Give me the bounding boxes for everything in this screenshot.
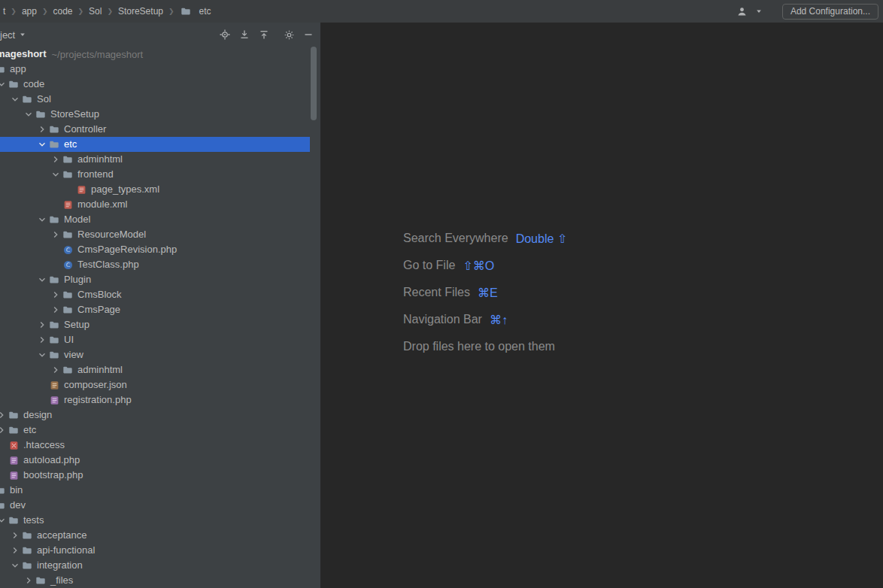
tree-row[interactable]: etc	[0, 137, 310, 152]
tree-row[interactable]: acceptance	[0, 528, 310, 543]
breadcrumb-label: code	[53, 6, 72, 17]
chevron-down-icon[interactable]	[9, 559, 21, 571]
scrollbar-thumb[interactable]	[311, 47, 317, 120]
tree-row[interactable]: ResourceModel	[0, 227, 310, 242]
chevron-right-icon[interactable]	[9, 529, 21, 541]
tree-row[interactable]: _files	[0, 573, 310, 588]
tree-row[interactable]: UI	[0, 332, 310, 347]
tree-row[interactable]: design	[0, 408, 310, 423]
tree-row[interactable]: Plugin	[0, 272, 310, 287]
chevron-right-icon[interactable]	[9, 544, 21, 556]
tree-row[interactable]: .htaccess	[0, 438, 310, 453]
tree-row[interactable]: module.xml	[0, 197, 310, 212]
chevron-down-icon[interactable]	[0, 514, 8, 526]
tree-row[interactable]: bin	[0, 483, 310, 498]
target-icon	[219, 29, 231, 41]
tree-row[interactable]: composer.json	[0, 377, 310, 393]
tree-row[interactable]: tests	[0, 513, 310, 528]
breadcrumb-item[interactable]: code	[53, 6, 72, 17]
chevron-right-icon[interactable]	[50, 153, 62, 165]
shortcut-hint-label: Go to File	[403, 259, 455, 272]
tree-row[interactable]: Setup	[0, 317, 310, 332]
chevron-right-icon[interactable]	[50, 364, 62, 376]
tree-item-label: CmsPage	[77, 302, 120, 317]
folder-icon	[48, 138, 60, 150]
chevron-right-icon[interactable]	[36, 334, 48, 346]
collapse-all-button[interactable]	[258, 29, 270, 41]
php-icon	[48, 394, 60, 406]
user-menu-button[interactable]	[736, 5, 769, 17]
chevron-right-icon[interactable]	[0, 409, 8, 421]
chevron-right-icon[interactable]	[0, 424, 8, 436]
tree-row[interactable]: CCmsPageRevision.php	[0, 242, 310, 257]
tree-row[interactable]: Controller	[0, 122, 310, 137]
tree-row[interactable]: page_types.xml	[0, 182, 310, 197]
chevron-down-icon[interactable]	[23, 108, 35, 120]
folder-icon	[62, 168, 74, 180]
settings-button[interactable]	[283, 29, 295, 41]
folder-icon	[0, 499, 6, 511]
expand-all-button[interactable]	[238, 29, 250, 41]
tree-row[interactable]: etc	[0, 423, 310, 438]
tree-row[interactable]: code	[0, 77, 310, 92]
tree-item-path-hint: ~/projects/mageshort	[51, 49, 143, 60]
tree-row[interactable]: registration.php	[0, 393, 310, 408]
tree-row[interactable]: CTestClass.php	[0, 257, 310, 272]
tree-row[interactable]: bootstrap.php	[0, 468, 310, 483]
chevron-right-icon[interactable]	[50, 229, 62, 241]
chevron-down-icon[interactable]	[0, 78, 8, 90]
tree-row[interactable]: Model	[0, 212, 310, 227]
tree-row[interactable]: CmsPage	[0, 302, 310, 317]
chevron-right-icon[interactable]	[50, 304, 62, 316]
chevron-down-icon[interactable]	[36, 138, 48, 150]
chevron-down-icon[interactable]	[9, 93, 21, 105]
tree-row[interactable]: app	[0, 62, 310, 77]
tree-row[interactable]: autoload.php	[0, 453, 310, 468]
breadcrumb-item[interactable]: etc	[180, 5, 211, 17]
chevron-down-icon[interactable]	[36, 274, 48, 286]
tree-item-label: module.xml	[77, 197, 127, 212]
tree-row[interactable]: view	[0, 347, 310, 362]
breadcrumb-item[interactable]: StoreSetup	[118, 6, 163, 17]
tree-item-label: CmsPageRevision.php	[77, 242, 177, 257]
chevron-down-icon[interactable]	[36, 349, 48, 361]
breadcrumb-item[interactable]: t	[3, 6, 5, 17]
breadcrumb-item[interactable]: app	[22, 6, 37, 17]
folder-icon	[21, 559, 33, 571]
svg-text:C: C	[65, 247, 69, 253]
chevron-right-icon[interactable]	[23, 574, 35, 586]
chevron-right-icon[interactable]	[50, 289, 62, 301]
tree-row[interactable]: dev	[0, 498, 310, 513]
tree-row[interactable]: Sol	[0, 92, 310, 107]
shortcut-hint-label: Navigation Bar	[403, 313, 482, 326]
shortcut-hint-label: Search Everywhere	[403, 232, 508, 245]
tree-row[interactable]: adminhtml	[0, 362, 310, 377]
project-panel: ject mageshort~/projects/mageshortappcod…	[0, 23, 320, 588]
select-opened-file-button[interactable]	[219, 29, 231, 41]
tree-row[interactable]: integration	[0, 558, 310, 573]
breadcrumb-label: app	[22, 6, 37, 17]
tree-item-label: design	[23, 408, 52, 423]
tree-row[interactable]: api-functional	[0, 543, 310, 558]
tree-item-label: Sol	[37, 92, 51, 107]
shortcut-hint-line: Go to File⇧⌘O	[403, 252, 567, 279]
chevron-right-icon[interactable]	[36, 319, 48, 331]
folder-icon	[48, 319, 60, 331]
svg-text:C: C	[65, 262, 69, 268]
project-view-selector[interactable]: ject	[0, 29, 26, 41]
tree-row[interactable]: CmsBlock	[0, 287, 310, 302]
editor-area: Search EverywhereDouble ⇧Go to File⇧⌘ORe…	[320, 23, 883, 588]
chevron-down-icon[interactable]	[50, 168, 62, 180]
folder-icon	[0, 484, 6, 496]
tree-row[interactable]: adminhtml	[0, 152, 310, 167]
chevron-down-icon[interactable]	[36, 214, 48, 226]
chevron-right-icon[interactable]	[36, 123, 48, 135]
tree-item-label: tests	[23, 513, 44, 528]
tree-row[interactable]: mageshort~/projects/mageshort	[0, 47, 310, 62]
add-configuration-button[interactable]: Add Configuration...	[782, 4, 878, 20]
tree-row[interactable]: frontend	[0, 167, 310, 182]
hide-panel-button[interactable]	[302, 29, 314, 41]
folder-icon	[21, 544, 33, 556]
tree-row[interactable]: StoreSetup	[0, 107, 310, 122]
breadcrumb-item[interactable]: Sol	[89, 6, 102, 17]
